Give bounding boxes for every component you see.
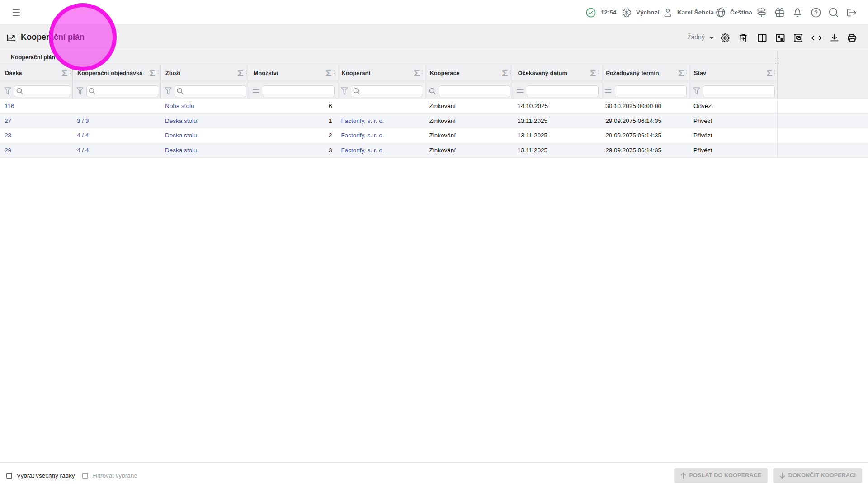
- svg-text:$: $: [625, 10, 628, 15]
